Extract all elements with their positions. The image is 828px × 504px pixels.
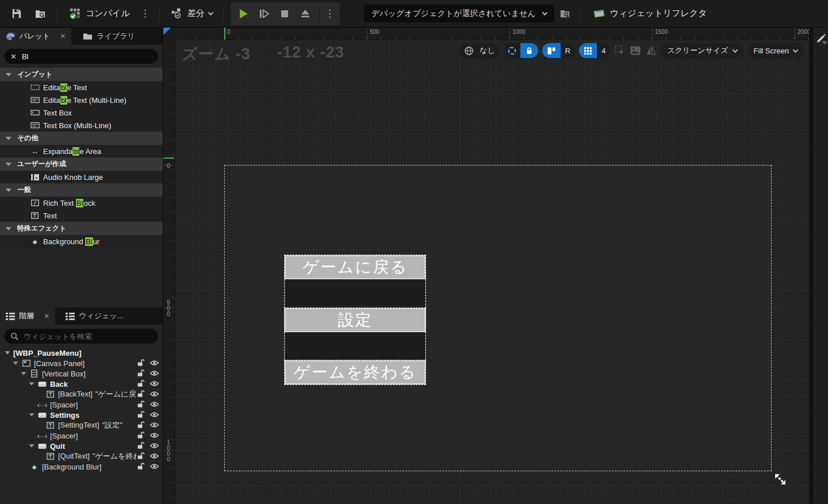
visibility-eye-icon[interactable] [150, 390, 159, 399]
preview-background-button[interactable] [630, 45, 641, 56]
expand-triangle-icon[interactable] [21, 372, 26, 375]
localization-globe-button[interactable] [459, 43, 475, 58]
expand-triangle-icon[interactable] [29, 444, 34, 447]
close-tab-icon[interactable]: ✕ [60, 32, 66, 40]
expand-triangle-icon[interactable] [29, 382, 34, 385]
stop-button[interactable] [274, 2, 295, 25]
compile-options-button[interactable]: ⋮ [136, 2, 155, 25]
unlock-icon[interactable] [136, 431, 144, 441]
eject-button[interactable] [295, 2, 316, 25]
frame-skip-button[interactable] [254, 2, 274, 25]
design-area[interactable]: ゲームに戻る設定ゲームを終わる [224, 165, 772, 471]
palette-category-header[interactable]: インプット [0, 68, 163, 81]
diff-button[interactable]: 差分 [164, 2, 218, 25]
unlock-icon[interactable] [136, 379, 144, 389]
unlock-icon[interactable] [136, 369, 144, 379]
unlock-icon[interactable] [136, 390, 144, 399]
palette-search-input[interactable] [22, 52, 152, 61]
visibility-eye-icon[interactable] [150, 421, 159, 430]
expand-triangle-icon[interactable] [6, 163, 12, 166]
debug-object-dropdown[interactable]: デバッグオブジェクトが選択されていません [364, 5, 554, 22]
fill-screen-dropdown[interactable]: Fill Screen [747, 43, 804, 58]
palette-category-header[interactable]: ユーザーが作成 [0, 157, 163, 171]
unlock-icon[interactable] [136, 452, 144, 461]
palette-category-header[interactable]: 特殊エフェクト [0, 222, 163, 235]
unlock-icon[interactable] [136, 410, 144, 420]
edit-pencil-icon[interactable] [815, 32, 827, 44]
tree-row-spacer[interactable]: ‹··›[Spacer] [0, 399, 163, 410]
quit-button-widget[interactable]: ゲームを終わる [285, 360, 425, 384]
browse-asset-button[interactable] [28, 2, 52, 25]
tab-widget-details[interactable]: ウィジェッ... [60, 307, 129, 325]
visibility-eye-icon[interactable] [150, 401, 159, 409]
tree-row-verticalbox[interactable]: [Vertical Box] [0, 368, 163, 379]
expand-triangle-icon[interactable] [29, 413, 34, 416]
screen-size-dropdown[interactable]: スクリーンサイズ [661, 43, 743, 58]
spacer-widget[interactable] [285, 279, 425, 308]
tree-row-backgroundblur[interactable]: ◆[Background Blur] [0, 461, 163, 472]
select-tool-button[interactable] [614, 45, 626, 56]
unlock-icon[interactable] [136, 421, 144, 430]
unlock-icon[interactable] [136, 400, 144, 410]
respect-locks-button[interactable]: R [561, 43, 575, 58]
tree-row-backtext[interactable]: [BackText]"ゲームに戻る" [0, 389, 163, 399]
visibility-eye-icon[interactable] [150, 380, 159, 388]
expand-triangle-icon[interactable] [13, 361, 18, 364]
visibility-eye-icon[interactable] [150, 463, 159, 471]
localization-preview-button[interactable]: なし [475, 43, 500, 58]
hierarchy-search-input[interactable] [24, 332, 152, 341]
tab-library[interactable]: ライブラリ [77, 28, 141, 45]
widget-reflector-button[interactable]: ウィジェットリフレクタ [586, 2, 713, 25]
grid-snap-button[interactable] [579, 43, 597, 58]
tree-row-settingtext[interactable]: [SettingText]"設定" [0, 420, 163, 430]
tree-row-spacer[interactable]: ‹··›[Spacer] [0, 430, 163, 441]
resize-handle-icon[interactable] [773, 472, 787, 486]
unlock-icon[interactable] [136, 462, 144, 472]
lock-widgets-button[interactable] [520, 43, 538, 58]
tree-row-back[interactable]: Back [0, 379, 163, 389]
palette-search[interactable]: ✕ [5, 49, 158, 64]
hierarchy-search[interactable] [5, 329, 158, 344]
tree-row-wbp_pausemenu[interactable]: [WBP_PauseMenu] [0, 348, 163, 358]
expand-triangle-icon[interactable] [6, 137, 12, 140]
play-options-button[interactable]: ⋮ [322, 2, 338, 25]
visibility-eye-icon[interactable] [150, 411, 159, 420]
flip-preview-button[interactable] [645, 45, 657, 56]
play-button[interactable] [233, 2, 254, 25]
back-button-widget[interactable]: ゲームに戻る [285, 255, 425, 279]
browse-debug-object-button[interactable] [554, 2, 576, 25]
expand-triangle-icon[interactable] [6, 227, 12, 230]
tab-hierarchy[interactable]: 階層 ✕ [0, 307, 55, 325]
tree-row-quittext[interactable]: [QuitText]"ゲームを終わる" [0, 451, 163, 461]
palette-item[interactable]: Rich Text Block [0, 197, 163, 209]
palette-item[interactable]: Text [0, 209, 163, 222]
visibility-eye-icon[interactable] [150, 432, 159, 440]
palette-item[interactable]: ◆Background Blur [0, 235, 163, 248]
designer-viewport[interactable]: ズーム -3 -12 x -23 ゲームに戻る設定ゲームを終わる なし [175, 40, 809, 504]
tree-row-settings[interactable]: Settings [0, 410, 163, 420]
tree-row-canvaspanel[interactable]: [Canvas Panel] [0, 358, 163, 368]
settings-button-widget[interactable]: 設定 [285, 308, 425, 332]
vertical-box-widget[interactable]: ゲームに戻る設定ゲームを終わる [284, 255, 426, 385]
show-layout-button[interactable] [542, 43, 561, 58]
grid-snap-size[interactable]: 4 [597, 43, 610, 58]
visibility-eye-icon[interactable] [150, 359, 159, 368]
palette-item[interactable]: Editable Text [0, 81, 163, 94]
palette-item[interactable]: Editable Text (Multi-Line) [0, 94, 163, 106]
clear-search-icon[interactable]: ✕ [10, 52, 17, 61]
expand-triangle-icon[interactable] [5, 351, 10, 354]
expand-triangle-icon[interactable] [6, 73, 12, 76]
close-tab-icon[interactable]: ✕ [44, 312, 49, 320]
palette-item[interactable]: Audio Knob Large [0, 171, 163, 183]
spacer-widget[interactable] [285, 332, 425, 361]
unlock-icon[interactable] [136, 359, 144, 368]
unlock-icon[interactable] [136, 441, 144, 451]
compile-button[interactable]: コンパイル [62, 2, 136, 25]
palette-category-header[interactable]: その他 [0, 132, 163, 145]
visibility-eye-icon[interactable] [150, 442, 159, 451]
tab-palette[interactable]: パレット ✕ [0, 28, 71, 45]
palette-item[interactable]: ↔Expandable Area [0, 145, 163, 157]
visibility-eye-icon[interactable] [150, 370, 159, 378]
visibility-eye-icon[interactable] [150, 452, 159, 461]
expand-triangle-icon[interactable] [6, 188, 12, 192]
